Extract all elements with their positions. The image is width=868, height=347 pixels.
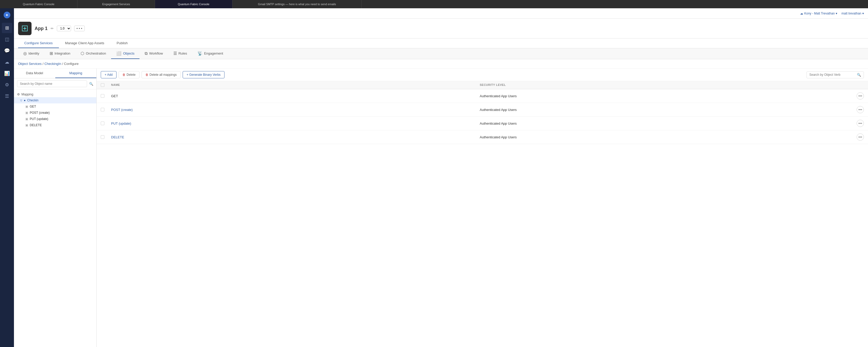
reports-icon[interactable]: ☰ (2, 91, 12, 102)
app-icon (18, 22, 32, 35)
messaging-icon[interactable]: 💬 (2, 46, 12, 56)
row-1-more-button[interactable]: ••• (857, 106, 864, 113)
row-3-security: Authenticated App Users (480, 135, 848, 139)
user-bar: ☁ Kony - Matt Trevathan ▾ matt trevathan… (14, 8, 868, 19)
delete-icon: 🗑 (122, 73, 126, 77)
delete-button[interactable]: 🗑 Delete (119, 71, 140, 78)
sub-tab-data-model[interactable]: Data Model (14, 68, 55, 78)
row-1-security: Authenticated App Users (480, 108, 848, 112)
tab-objects[interactable]: ⬜ Objects (111, 48, 140, 59)
tree-item-circle-icon: ● (24, 98, 26, 102)
tab-integration-label: Integration (55, 52, 70, 55)
delete-all-button[interactable]: 🗑 Delete all mappings (142, 71, 181, 78)
username-label: matt trevathan (841, 12, 861, 15)
tree-item-put-update[interactable]: ▣ PUT (update) (14, 116, 96, 122)
tree-item-doc-icon-4: ▣ (25, 123, 28, 127)
row-2-more-button[interactable]: ••• (857, 120, 864, 127)
row-3-name[interactable]: DELETE (111, 135, 480, 139)
tree-item-get[interactable]: ▣ GET (14, 104, 96, 110)
identity-icon: ◎ (23, 51, 27, 56)
edit-app-name-icon[interactable]: ✏ (51, 26, 54, 30)
tab-engagement[interactable]: 📡 Engagement (192, 48, 228, 59)
api-icon[interactable]: ◫ (2, 34, 12, 45)
username[interactable]: matt trevathan ▾ (841, 12, 864, 15)
cloud-user-chevron: ▾ (836, 12, 837, 15)
header-checkbox[interactable] (101, 83, 104, 87)
right-panel: + Add 🗑 Delete 🗑 Delete all mappings + G… (97, 68, 868, 347)
app-layout: ✦ ⊞ ◫ 💬 ☁ 📊 ⚙ ☰ ☁ Kony - Matt Trevathan … (0, 8, 868, 347)
cloud-icon-small: ☁ (800, 12, 803, 15)
row-3-checkbox[interactable] (101, 135, 104, 139)
search-verb-box: 🔍 (807, 71, 864, 78)
tree-item-put-update-label: PUT (update) (30, 117, 48, 121)
breadcrumb-checkingin[interactable]: CheckingIn (44, 62, 61, 66)
browser-tab-3[interactable]: Gmail SMTP settings — here is what you n… (232, 0, 362, 8)
row-1-name[interactable]: POST (create) (111, 108, 480, 112)
tab-workflow[interactable]: ⧉ Workflow (140, 48, 168, 59)
row-2-name[interactable]: PUT (update) (111, 121, 480, 125)
row-3-actions: ••• (848, 134, 864, 141)
add-button[interactable]: + Add (101, 71, 117, 78)
tab-identity[interactable]: ◎ Identity (18, 48, 44, 59)
tab-workflow-label: Workflow (149, 52, 163, 55)
tab-orchestration[interactable]: ⬡ Orchestration (75, 48, 111, 59)
breadcrumb: Object Services / CheckingIn / Configure (14, 59, 868, 68)
tree-header-label: Mapping (22, 93, 33, 96)
row-2-checkbox-cell (101, 121, 111, 125)
row-1-checkbox-cell (101, 108, 111, 111)
search-box: 🔍 (14, 78, 96, 89)
tab-configure-services[interactable]: Configure Services (18, 38, 59, 48)
table-header-row: NAME SECURITY LEVEL (97, 81, 868, 89)
row-1-actions: ••• (848, 106, 864, 113)
svg-text:✦: ✦ (5, 13, 8, 17)
cloud-user[interactable]: ☁ Kony - Matt Trevathan ▾ (800, 12, 837, 15)
tree-item-doc-icon-3: ▣ (25, 117, 28, 121)
row-1-checkbox[interactable] (101, 108, 104, 111)
sub-tab-mapping[interactable]: Mapping (55, 68, 97, 78)
table-row: GET Authenticated App Users ••• (97, 89, 868, 103)
tree-item-delete[interactable]: ▣ DELETE (14, 122, 96, 128)
search-verb-input[interactable] (809, 73, 856, 77)
search-object-name-input[interactable] (17, 80, 87, 87)
header-name: NAME (111, 83, 480, 87)
table-row: POST (create) Authenticated App Users ••… (97, 103, 868, 117)
tab-integration[interactable]: ⊞ Integration (44, 48, 75, 59)
dashboard-icon[interactable]: ⊞ (2, 23, 12, 33)
generate-button[interactable]: + Generate Binary Verbs (183, 71, 224, 78)
workflow-icon: ⧉ (145, 51, 148, 56)
browser-tab-0[interactable]: Quantum Fabric Console (0, 0, 78, 8)
tab-publish[interactable]: Publish (111, 38, 134, 48)
tab-manage-client-app-assets[interactable]: Manage Client App Assets (59, 38, 111, 48)
analytics-icon[interactable]: 📊 (2, 68, 12, 79)
tree-item-checkin[interactable]: ▽ ● Checkin (14, 97, 96, 104)
breadcrumb-sep2: / (62, 62, 64, 66)
tree-item-post-create[interactable]: ▣ POST (create) (14, 110, 96, 116)
engagement-icon: 📡 (197, 51, 203, 56)
row-2-actions: ••• (848, 120, 864, 127)
delete-all-icon: 🗑 (146, 73, 149, 77)
tree-section: ⚙ Mapping ▽ ● Checkin ▣ GET ▣ (14, 89, 96, 347)
tab-engagement-label: Engagement (204, 52, 223, 55)
breadcrumb-object-services[interactable]: Object Services (18, 62, 41, 66)
left-panel: Data Model Mapping 🔍 ⚙ Mapping ▽ ● (14, 68, 97, 347)
delete-all-label: Delete all mappings (150, 73, 177, 77)
row-3-more-button[interactable]: ••• (857, 134, 864, 141)
row-0-more-button[interactable]: ••• (857, 92, 864, 99)
row-0-checkbox[interactable] (101, 94, 104, 98)
breadcrumb-configure: Configure (64, 62, 79, 66)
app-name: App 1 (35, 26, 48, 31)
tab-rules[interactable]: ☰ Rules (168, 48, 192, 59)
row-2-security: Authenticated App Users (480, 121, 848, 125)
more-options-button[interactable]: • • • (74, 26, 85, 31)
tab-rules-label: Rules (179, 52, 187, 55)
cloud-icon[interactable]: ☁ (2, 57, 12, 67)
version-select[interactable]: 1.0 (57, 26, 71, 31)
browser-tab-1[interactable]: Engagement Services (78, 0, 155, 8)
browser-tab-2[interactable]: Quantum Fabric Console (155, 0, 232, 8)
data-table: NAME SECURITY LEVEL GET Authenticated Ap… (97, 81, 868, 347)
settings-icon[interactable]: ⚙ (2, 80, 12, 90)
service-tabs: ◎ Identity ⊞ Integration ⬡ Orchestration… (14, 48, 868, 59)
tree-item-delete-label: DELETE (30, 123, 42, 127)
tree-item-get-label: GET (30, 105, 36, 108)
row-2-checkbox[interactable] (101, 121, 104, 125)
